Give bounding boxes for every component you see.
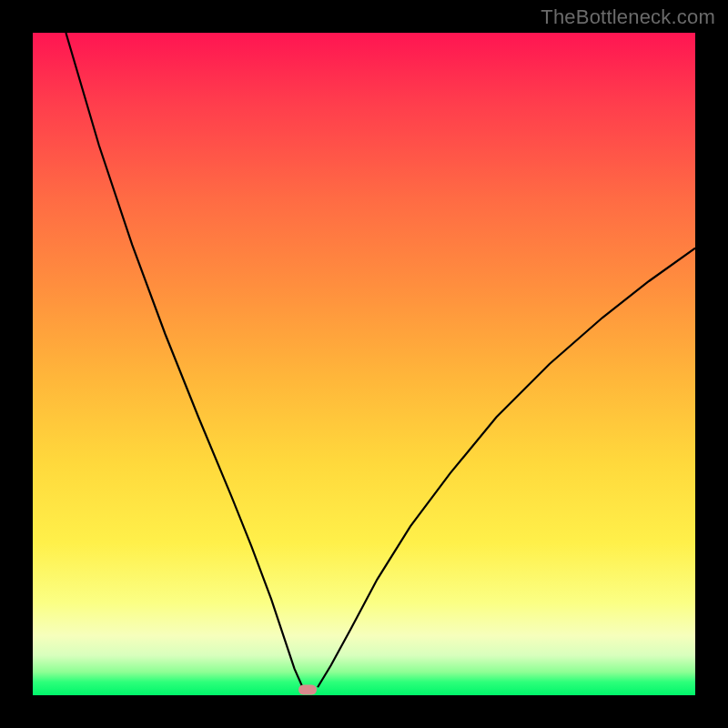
bottleneck-curve — [33, 33, 695, 695]
curve-right-branch — [318, 248, 695, 688]
optimal-point-marker — [298, 685, 317, 695]
plot-area — [33, 33, 695, 695]
curve-left-branch — [66, 33, 304, 692]
chart-frame: TheBottleneck.com — [0, 0, 728, 728]
watermark-text: TheBottleneck.com — [541, 5, 715, 29]
